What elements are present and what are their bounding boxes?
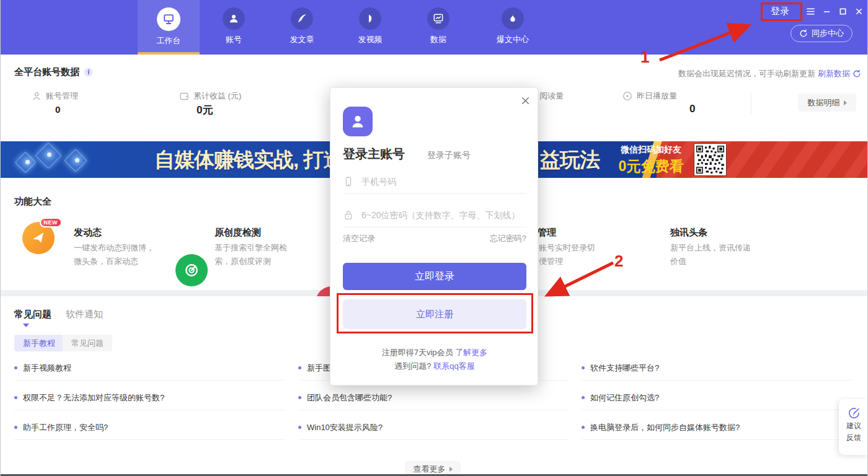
learn-more-link[interactable]: 了解更多 xyxy=(455,348,487,357)
tab-label: 工作台 xyxy=(157,35,181,46)
banner-headline-text: 自媒体赚钱实战, 打造 xyxy=(154,148,343,171)
login-modal: 登录主账号 登录子账号 清空记录 忘记密码? 立即登录 立即注册 注册即得7天v… xyxy=(330,87,538,386)
see-more-label: 查看更多 xyxy=(414,464,446,475)
feature-desc-line: 索，原创度评测 xyxy=(215,255,287,268)
chart-icon xyxy=(427,7,450,30)
tab-publish-article[interactable]: 发文章 xyxy=(268,0,336,55)
banner-headline-right-fragment: 益玩法 xyxy=(540,146,600,174)
stat-account-label: 账号管理 xyxy=(46,90,78,102)
pill-beginner-tutorial[interactable]: 新手教程 xyxy=(14,335,64,351)
tab-label: 发文章 xyxy=(290,34,314,45)
faq-item-text: 软件支持哪些平台? xyxy=(590,363,659,372)
contact-qq-link[interactable]: 联系qq客服 xyxy=(433,361,474,371)
account-person-icon xyxy=(223,7,245,30)
chevron-right-icon xyxy=(844,100,847,105)
tab-account[interactable]: 账号 xyxy=(200,0,268,55)
faq-item[interactable]: Win10安装提示风险? xyxy=(298,423,569,440)
originality-check-icon[interactable] xyxy=(175,254,208,286)
tab-faq[interactable]: 常见问题 xyxy=(14,309,51,320)
banner-glow-dot xyxy=(47,152,51,157)
faq-item[interactable]: 权限不足？无法添加对应等级的账号数? xyxy=(14,393,286,410)
stat-reads-label-fragment: 阅读量 xyxy=(539,90,564,102)
forgot-password-link[interactable]: 忘记密码? xyxy=(490,233,526,244)
bullet-icon xyxy=(582,396,585,399)
stats-title-row: 全平台账号数据 xyxy=(14,66,93,78)
faq-item[interactable]: 换电脑登录后，如何同步自媒体账号数据? xyxy=(582,423,853,440)
tab-label: 发视频 xyxy=(358,34,383,45)
sync-center-button[interactable]: 同步中心 xyxy=(790,25,852,42)
faq-item[interactable]: 软件支持哪些平台? xyxy=(582,363,853,381)
stats-divider xyxy=(751,93,751,114)
faq-item-text: 换电脑登录后，如何同步自媒体账号数据? xyxy=(590,423,740,432)
workbench-monitor-icon xyxy=(157,7,180,31)
bullet-icon xyxy=(14,426,17,429)
tab-workbench[interactable]: 工作台 xyxy=(138,0,200,55)
banner-promo-text: 微信扫码加好友 0元免费看 xyxy=(611,144,691,176)
password-input[interactable] xyxy=(360,209,526,221)
clear-records-link[interactable]: 清空记录 xyxy=(343,233,375,244)
menu-icon[interactable] xyxy=(806,7,815,15)
stat-plays-label: 昨日播放量 xyxy=(637,90,677,102)
tab-label: 账号 xyxy=(226,34,242,45)
chevron-right-icon xyxy=(450,467,453,472)
help-note: 遇到问题? xyxy=(394,361,431,371)
feature-title-fragment[interactable]: 管理 xyxy=(538,227,556,239)
data-detail-button[interactable]: 数据明细 xyxy=(798,94,856,112)
vip-note: 注册即得7天vip会员 xyxy=(382,348,453,357)
feature-desc-line: 便管理 xyxy=(539,255,595,268)
feature-title[interactable]: 独讯头条 xyxy=(670,227,707,239)
close-icon[interactable] xyxy=(854,7,864,15)
stat-account-label-row: 账号管理 xyxy=(32,90,78,102)
info-icon[interactable] xyxy=(84,68,93,77)
stat-plays-value: 0 xyxy=(689,103,695,115)
faq-item[interactable]: 如何记住原创勾选? xyxy=(582,393,853,410)
qr-code xyxy=(694,143,727,176)
data-detail-label: 数据明细 xyxy=(808,97,840,108)
faq-item[interactable]: 新手视频教程 xyxy=(14,363,286,381)
edit-icon xyxy=(848,407,861,420)
feature-desc-line: 基于搜索引擎全网检 xyxy=(215,241,287,255)
login-button[interactable]: 登录 xyxy=(766,4,794,19)
maximize-icon[interactable] xyxy=(838,7,848,15)
faq-item[interactable]: 助手工作原理，安全吗? xyxy=(14,423,286,440)
tab-data[interactable]: 数据 xyxy=(404,0,472,55)
tab-hot-articles[interactable]: 爆文中心 xyxy=(472,0,553,55)
post-moments-icon[interactable]: NEW xyxy=(22,222,55,254)
stat-income-label: 累计收益 (元) xyxy=(193,90,241,102)
stat-income-value: 0元 xyxy=(197,103,213,117)
help-note-row: 遇到问题? 联系qq客服 xyxy=(330,361,539,372)
phone-input[interactable] xyxy=(360,176,526,187)
play-count-icon xyxy=(622,91,632,101)
login-sub-account-tab[interactable]: 登录子账号 xyxy=(427,150,471,161)
feature-desc: 新平台上线，资讯传递 价值 xyxy=(670,241,751,268)
new-badge: NEW xyxy=(40,218,63,227)
feature-desc-line: 微头条，百家动态 xyxy=(74,255,154,268)
login-now-button[interactable]: 立即登录 xyxy=(343,263,526,290)
tab-software-notice[interactable]: 软件通知 xyxy=(66,309,103,320)
feature-desc-line: 新平台上线，资讯传递 xyxy=(670,241,751,255)
minimize-icon[interactable] xyxy=(822,7,831,15)
bullet-icon xyxy=(14,396,17,399)
faq-item-text: 新手图 xyxy=(307,363,331,372)
modal-close-icon[interactable] xyxy=(521,96,530,105)
feedback-label-line1: 建议 xyxy=(846,421,861,431)
pill-common-questions[interactable]: 常见问题 xyxy=(63,335,112,351)
faq-item-text: 助手工作原理，安全吗? xyxy=(23,423,108,432)
refresh-note-row: 数据会出现延迟情况，可手动刷新更新 刷新数据 xyxy=(678,68,861,79)
phone-field-row xyxy=(343,169,526,194)
feature-title[interactable]: 原创度检测 xyxy=(215,227,261,239)
refresh-data-link[interactable]: 刷新数据 xyxy=(818,68,850,79)
tab-label: 爆文中心 xyxy=(497,34,529,45)
feature-title[interactable]: 发动态 xyxy=(74,227,102,239)
person-outline-icon xyxy=(32,91,42,101)
login-main-account-tab[interactable]: 登录主账号 xyxy=(343,146,405,162)
banner-glow-dot xyxy=(25,160,30,164)
stat-account-value: 0 xyxy=(55,104,60,115)
faq-item[interactable]: 团队会员包含哪些功能? xyxy=(298,393,569,410)
tab-publish-video[interactable]: 发视频 xyxy=(336,0,404,55)
feedback-widget[interactable]: 建议 反馈 xyxy=(839,399,868,455)
refresh-icon[interactable] xyxy=(852,69,861,78)
register-now-button[interactable]: 立即注册 xyxy=(343,299,526,329)
top-navbar: 工作台 账号 发文章 发视频 xyxy=(1,0,868,55)
bullet-icon xyxy=(582,426,585,429)
